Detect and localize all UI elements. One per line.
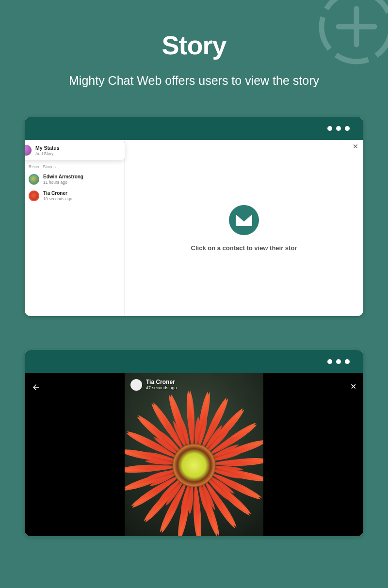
app-logo-icon (228, 205, 259, 236)
story-avatar (29, 191, 39, 201)
plus-circle-decoration (315, 0, 388, 68)
story-time: 10 seconds ago (43, 196, 72, 201)
story-viewer-window: ✕ (25, 350, 363, 536)
story-image[interactable]: Tia Croner 47 seconds ago (125, 373, 263, 536)
story-item-edwin[interactable]: Edwin Armstrong 11 hours ago (25, 171, 124, 188)
window-dot (327, 359, 332, 364)
close-icon[interactable]: ✕ (353, 143, 358, 150)
window-dot (327, 126, 332, 131)
stories-sidebar: My Status Add Story Recent Stories Edwin… (25, 140, 125, 316)
my-status-card[interactable]: My Status Add Story (25, 141, 125, 160)
story-item-tia[interactable]: Tia Croner 10 seconds ago (25, 188, 124, 204)
story-list-window: My Status Add Story Recent Stories Edwin… (25, 117, 363, 316)
story-viewer-header: Tia Croner 47 seconds ago (130, 379, 177, 391)
back-arrow-icon[interactable] (32, 383, 40, 394)
window-dot (336, 359, 341, 364)
window-dot (336, 126, 341, 131)
window-dot (345, 359, 350, 364)
viewer-name: Tia Croner (146, 379, 177, 385)
close-icon[interactable]: ✕ (350, 383, 356, 391)
placeholder-hint: Click on a contact to view their stor (191, 244, 297, 252)
story-avatar (29, 174, 39, 185)
my-status-sub: Add Story (35, 151, 60, 156)
window-dot (345, 126, 350, 131)
window-titlebar (25, 117, 363, 140)
page-subtitle: Mighty Chat Web offers users to view the… (0, 74, 388, 88)
story-time: 11 hours ago (43, 180, 83, 185)
story-name: Edwin Armstrong (43, 174, 83, 180)
viewer-time: 47 seconds ago (146, 386, 177, 391)
story-name: Tia Croner (43, 191, 72, 196)
viewer-avatar (130, 379, 142, 391)
story-placeholder-pane: ✕ Click on a contact to view their stor (125, 140, 363, 316)
my-status-avatar (25, 145, 32, 156)
window-titlebar (25, 350, 363, 373)
my-status-name: My Status (35, 145, 60, 151)
